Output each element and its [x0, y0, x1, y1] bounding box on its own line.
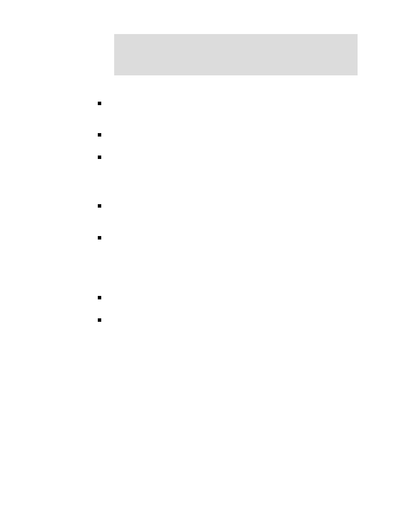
bullet-item	[98, 236, 101, 240]
bullet-item	[98, 318, 101, 322]
bullet-item	[98, 133, 101, 137]
bullet-item	[98, 296, 101, 299]
header-box	[114, 34, 358, 75]
bullet-item	[98, 204, 101, 208]
bullet-item	[98, 102, 101, 105]
bullet-item	[98, 156, 101, 159]
